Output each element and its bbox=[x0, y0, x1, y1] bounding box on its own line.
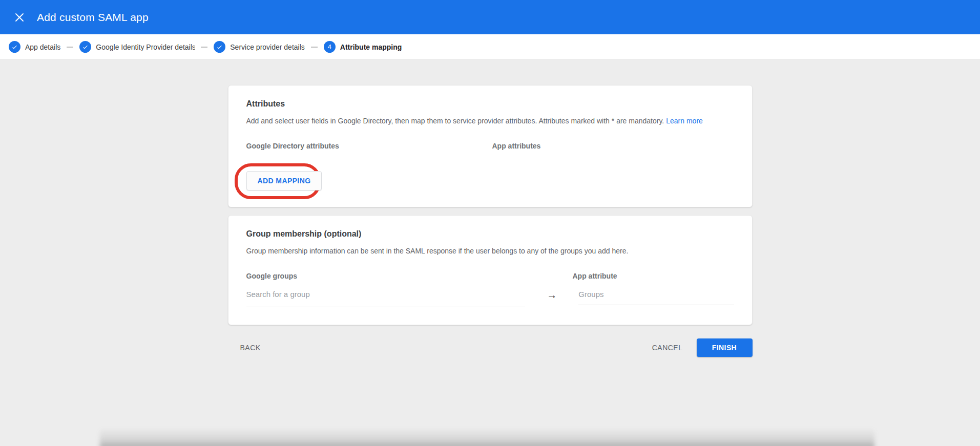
step-complete-check-icon bbox=[79, 41, 91, 53]
step-number-badge: 4 bbox=[324, 41, 336, 53]
step-label: Google Identity Provider details bbox=[96, 43, 195, 51]
step-label: Service provider details bbox=[230, 43, 305, 51]
arrow-right-icon: → bbox=[525, 289, 578, 301]
step-separator bbox=[67, 47, 73, 48]
step-complete-check-icon bbox=[214, 41, 225, 53]
close-icon[interactable] bbox=[10, 8, 29, 27]
app-attributes-header: App attributes bbox=[492, 142, 541, 150]
dialog-title: Add custom SAML app bbox=[37, 11, 149, 24]
step-attribute-mapping[interactable]: 4 Attribute mapping bbox=[324, 41, 402, 53]
attributes-card: Attributes Add and select user fields in… bbox=[228, 85, 753, 207]
attributes-card-title: Attributes bbox=[246, 99, 734, 109]
group-mapping-row: → bbox=[246, 289, 734, 307]
group-card-description: Group membership information can be sent… bbox=[246, 246, 734, 256]
step-service-provider-details[interactable]: Service provider details bbox=[214, 41, 305, 53]
step-google-idp-details[interactable]: Google Identity Provider details bbox=[79, 41, 195, 53]
main-content: Attributes Add and select user fields in… bbox=[228, 85, 753, 357]
step-label: App details bbox=[25, 43, 60, 51]
step-separator bbox=[201, 47, 207, 48]
window-bottom-shadow bbox=[100, 428, 874, 446]
group-membership-card: Group membership (optional) Group member… bbox=[228, 215, 753, 325]
attributes-card-description: Add and select user fields in Google Dir… bbox=[246, 116, 734, 125]
search-group-input[interactable] bbox=[246, 289, 526, 307]
step-app-details[interactable]: App details bbox=[9, 41, 60, 53]
dialog-header: Add custom SAML app bbox=[0, 0, 980, 34]
google-directory-attributes-header: Google Directory attributes bbox=[246, 142, 492, 150]
group-column-headers: Google groups App attribute bbox=[246, 272, 734, 280]
close-x-glyph bbox=[15, 13, 24, 22]
add-mapping-button[interactable]: ADD MAPPING bbox=[246, 171, 322, 190]
finish-button[interactable]: FINISH bbox=[697, 338, 753, 357]
back-button[interactable]: BACK bbox=[240, 344, 261, 352]
group-card-title: Group membership (optional) bbox=[246, 229, 734, 239]
attributes-column-headers: Google Directory attributes App attribut… bbox=[246, 142, 734, 150]
google-groups-header: Google groups bbox=[246, 272, 573, 280]
wizard-stepper: App details Google Identity Provider det… bbox=[0, 34, 980, 60]
learn-more-link[interactable]: Learn more bbox=[666, 117, 703, 125]
attributes-description-text: Add and select user fields in Google Dir… bbox=[246, 117, 664, 125]
step-complete-check-icon bbox=[9, 41, 20, 53]
cancel-button[interactable]: CANCEL bbox=[652, 344, 683, 352]
app-attribute-header: App attribute bbox=[573, 272, 617, 280]
step-label: Attribute mapping bbox=[340, 43, 402, 51]
step-separator bbox=[311, 47, 318, 48]
footer-actions: BACK CANCEL FINISH bbox=[228, 338, 753, 357]
add-mapping-zone: ADD MAPPING bbox=[246, 171, 734, 190]
groups-attribute-input[interactable] bbox=[578, 289, 734, 305]
